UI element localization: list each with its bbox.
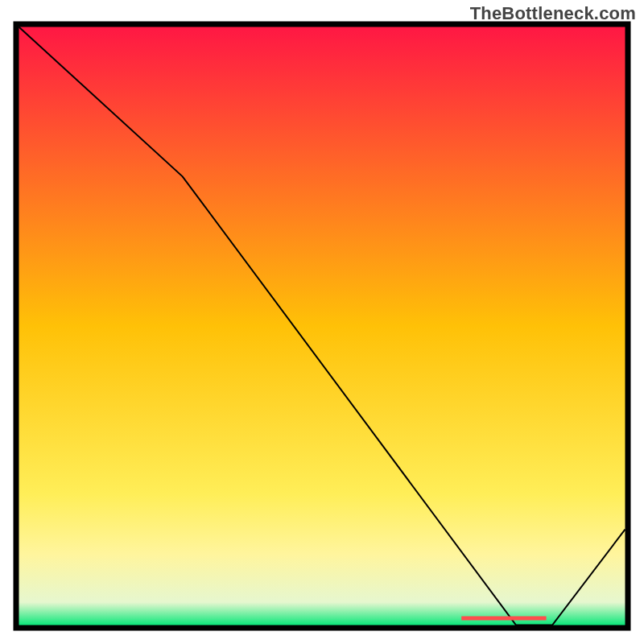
gradient-background (18, 26, 626, 626)
plot-area (16, 24, 628, 628)
chart-svg (0, 0, 644, 644)
chart-container: TheBottleneck.com (0, 0, 644, 644)
baseline-marker (461, 617, 546, 621)
